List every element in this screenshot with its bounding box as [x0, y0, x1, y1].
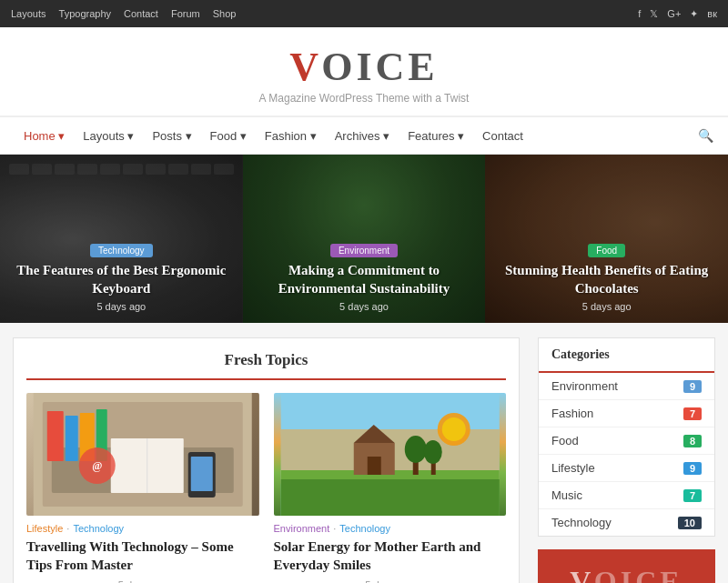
article-card-2[interactable]: Environment · Technology Solar Energy fo… — [274, 393, 507, 583]
voice-ad-v: V — [570, 565, 593, 584]
article-img-2 — [274, 393, 507, 516]
hero-content-2: Environment Making a Commitment to Envir… — [243, 241, 486, 312]
logo-rest: OICE — [321, 45, 438, 89]
article-tag-technology-1[interactable]: Technology — [73, 523, 124, 534]
hero-time-2: 5 days ago — [254, 301, 475, 312]
hero-content-3: Food Stunning Health Benefits of Eating … — [485, 241, 728, 312]
nav-contact[interactable]: Contact — [473, 116, 532, 155]
svg-rect-3 — [47, 411, 64, 461]
search-icon[interactable]: 🔍 — [698, 128, 713, 144]
svg-rect-19 — [367, 457, 380, 475]
hero-item-3[interactable]: Food Stunning Health Benefits of Eating … — [485, 155, 728, 323]
nav-archives[interactable]: Archives ▾ — [326, 116, 399, 155]
hero-tag-3: Food — [588, 244, 625, 257]
hero-content-1: Technology The Features of the Best Ergo… — [0, 241, 243, 312]
nav-food[interactable]: Food ▾ — [201, 116, 256, 155]
googleplus-icon[interactable]: G+ — [667, 8, 681, 20]
main-content: Fresh Topics — [13, 337, 520, 583]
svg-text:@: @ — [92, 459, 102, 472]
svg-rect-10 — [191, 457, 213, 491]
hero-slider: Technology The Features of the Best Ergo… — [0, 155, 728, 323]
hero-tag-1: Technology — [90, 244, 153, 257]
logo-v: V — [289, 45, 321, 89]
vk-icon[interactable]: вк — [707, 8, 717, 20]
article-time-2: 5 days ago — [274, 579, 507, 584]
svg-rect-4 — [66, 416, 78, 461]
article-tag-technology-2[interactable]: Technology — [339, 523, 390, 534]
topbar-shop[interactable]: Shop — [213, 8, 237, 19]
article-card-1[interactable]: @ Lifestyle · Technology Travelling With… — [26, 393, 259, 583]
hero-time-3: 5 days ago — [496, 301, 717, 312]
svg-point-25 — [441, 417, 465, 441]
category-item-fashion[interactable]: Fashion 7 — [539, 400, 714, 427]
content-area: Fresh Topics — [0, 323, 728, 583]
hero-tag-2: Environment — [330, 244, 398, 257]
category-item-lifestyle[interactable]: Lifestyle 9 — [539, 455, 714, 482]
article-tags-2: Environment · Technology — [274, 523, 507, 534]
nav-posts[interactable]: Posts ▾ — [143, 116, 200, 155]
nav-features[interactable]: Features ▾ — [399, 116, 473, 155]
site-tagline: A Magazine WordPress Theme with a Twist — [0, 92, 728, 105]
category-count-environment: 9 — [683, 380, 702, 393]
hero-item-2[interactable]: Environment Making a Commitment to Envir… — [243, 155, 486, 323]
hero-item-1[interactable]: Technology The Features of the Best Ergo… — [0, 155, 243, 323]
social-icons: f 𝕏 G+ ✦ вк — [638, 8, 717, 20]
article-tags-1: Lifestyle · Technology — [26, 523, 259, 534]
category-label: Fashion — [551, 407, 593, 420]
voice-ad-widget: VOICE — [538, 549, 715, 583]
category-item-environment[interactable]: Environment 9 — [539, 373, 714, 400]
top-bar-nav: Layouts Typography Contact Forum Shop — [11, 8, 236, 19]
svg-point-23 — [423, 440, 441, 464]
articles-grid: @ Lifestyle · Technology Travelling With… — [26, 393, 506, 583]
article-tag-lifestyle[interactable]: Lifestyle — [26, 523, 63, 534]
category-count-fashion: 7 — [683, 407, 702, 420]
topbar-layouts[interactable]: Layouts — [11, 8, 46, 19]
main-nav: Home ▾ Layouts ▾ Posts ▾ Food ▾ Fashion … — [0, 116, 728, 155]
category-label: Food — [551, 434, 579, 447]
topbar-contact[interactable]: Contact — [124, 8, 158, 19]
category-label: Technology — [551, 516, 612, 529]
voice-ad-text: VOICE — [570, 565, 682, 584]
hero-title-3: Stunning Health Benefits of Eating Choco… — [496, 262, 717, 297]
category-item-food[interactable]: Food 8 — [539, 427, 714, 455]
article-tag-sep-2: · — [333, 523, 336, 534]
article-tag-environment[interactable]: Environment — [274, 523, 330, 534]
section-title: Fresh Topics — [26, 351, 506, 380]
instagram-icon[interactable]: ✦ — [690, 8, 698, 20]
nav-fashion[interactable]: Fashion ▾ — [256, 116, 326, 155]
hero-time-1: 5 days ago — [11, 301, 232, 312]
site-header: VOICE A Magazine WordPress Theme with a … — [0, 27, 728, 116]
top-bar: Layouts Typography Contact Forum Shop f … — [0, 0, 728, 27]
article-img-1: @ — [26, 393, 259, 516]
article-title-1: Travelling With Technology – Some Tips F… — [26, 538, 259, 575]
category-count-technology: 10 — [678, 517, 702, 529]
category-label: Music — [551, 488, 582, 502]
category-count-music: 7 — [683, 489, 702, 502]
article-title-2: Solar Energy for Mother Earth and Everyd… — [274, 538, 507, 575]
topbar-typography[interactable]: Typography — [59, 8, 111, 19]
facebook-icon[interactable]: f — [638, 8, 641, 20]
category-label: Lifestyle — [551, 461, 595, 475]
sidebar: Categories Environment 9 Fashion 7 Food … — [538, 337, 715, 583]
category-item-music[interactable]: Music 7 — [539, 482, 714, 509]
categories-widget: Categories Environment 9 Fashion 7 Food … — [538, 337, 715, 537]
categories-title: Categories — [539, 338, 714, 373]
fresh-topics-box: Fresh Topics — [13, 337, 520, 583]
article-tag-sep-1: · — [66, 523, 69, 534]
svg-rect-16 — [280, 479, 499, 516]
site-logo: VOICE — [0, 44, 728, 90]
article-img-svg-1: @ — [26, 393, 259, 516]
category-label: Environment — [551, 379, 618, 393]
topbar-forum[interactable]: Forum — [171, 8, 200, 19]
category-item-technology[interactable]: Technology 10 — [539, 509, 714, 536]
svg-point-21 — [404, 436, 426, 463]
category-count-lifestyle: 9 — [683, 462, 702, 475]
twitter-icon[interactable]: 𝕏 — [650, 8, 658, 20]
article-time-1: 5 days ago — [26, 579, 259, 584]
nav-home[interactable]: Home ▾ — [15, 116, 74, 155]
nav-layouts[interactable]: Layouts ▾ — [74, 116, 143, 155]
article-img-svg-2 — [274, 393, 507, 516]
hero-title-1: The Features of the Best Ergonomic Keybo… — [11, 262, 232, 297]
category-count-food: 8 — [683, 435, 702, 447]
category-list: Environment 9 Fashion 7 Food 8 Lifestyle… — [539, 373, 714, 536]
